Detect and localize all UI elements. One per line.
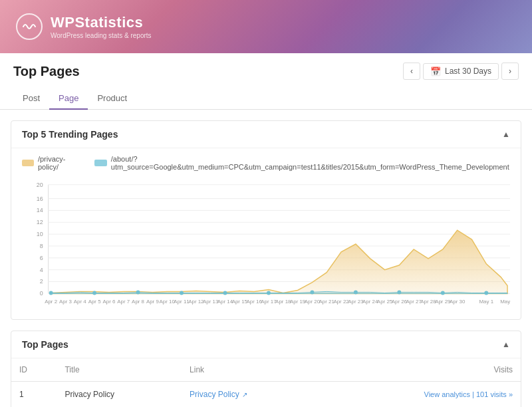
- svg-text:Apr 3: Apr 3: [59, 299, 72, 305]
- chart-area: 0 2 4 6 8 10 12 14 16 20: [11, 178, 521, 319]
- svg-text:Apr 21: Apr 21: [319, 299, 335, 305]
- svg-text:Apr 2: Apr 2: [45, 299, 57, 305]
- svg-text:Apr 19: Apr 19: [290, 299, 306, 305]
- svg-text:Apr 25: Apr 25: [377, 299, 393, 305]
- logo-circle: [16, 13, 43, 40]
- tab-page[interactable]: Page: [49, 88, 88, 110]
- top-pages-header: Top Pages ▲: [11, 331, 521, 358]
- svg-point-28: [354, 290, 358, 294]
- svg-text:Apr 9: Apr 9: [146, 299, 160, 305]
- next-date-button[interactable]: ›: [501, 63, 519, 80]
- svg-text:Apr 22: Apr 22: [333, 299, 348, 305]
- prev-date-button[interactable]: ‹: [403, 63, 420, 80]
- svg-text:Apr 11: Apr 11: [174, 299, 190, 305]
- table-row: 1 Privacy Policy Privacy Policy ↗ View a…: [11, 382, 521, 408]
- brand-tagline: WordPress leading stats & reports: [51, 32, 152, 39]
- date-range-button[interactable]: 📅 Last 30 Days: [423, 63, 499, 80]
- col-link: Link: [182, 358, 321, 382]
- calendar-icon: 📅: [430, 67, 441, 76]
- svg-text:Apr 28: Apr 28: [420, 299, 436, 305]
- svg-text:Apr 5: Apr 5: [88, 299, 102, 305]
- brand-name: WPStatistics: [51, 14, 152, 31]
- row1-analytics: View analytics | 101 visits »: [322, 382, 521, 408]
- logo-icon: [21, 19, 37, 35]
- svg-text:Apr 10: Apr 10: [160, 299, 176, 305]
- tab-product[interactable]: Product: [88, 88, 136, 110]
- svg-text:Apr 24: Apr 24: [362, 299, 378, 305]
- row1-link-anchor[interactable]: Privacy Policy ↗: [190, 390, 313, 399]
- row1-analytics-link[interactable]: View analytics | 101 visits »: [424, 390, 513, 398]
- svg-text:6: 6: [40, 255, 43, 261]
- page-title: Top Pages: [13, 64, 80, 79]
- pages-table: ID Title Link Visits 1 Privacy Policy Pr…: [11, 358, 521, 407]
- top-pages-collapse-button[interactable]: ▲: [502, 340, 510, 349]
- svg-point-23: [136, 290, 140, 294]
- logo-text: WPStatistics WordPress leading stats & r…: [51, 14, 152, 39]
- date-navigation: ‹ 📅 Last 30 Days ›: [403, 63, 519, 80]
- svg-text:Apr 29: Apr 29: [435, 299, 451, 305]
- tab-post[interactable]: Post: [13, 88, 49, 110]
- external-link-icon-1: ↗: [242, 391, 247, 398]
- svg-text:Apr 27: Apr 27: [406, 299, 422, 305]
- svg-text:20: 20: [37, 182, 43, 188]
- svg-text:May 1: May 1: [479, 299, 494, 305]
- svg-text:Apr 14: Apr 14: [217, 299, 233, 305]
- svg-text:14: 14: [37, 207, 43, 213]
- svg-text:2: 2: [40, 279, 43, 285]
- svg-text:16: 16: [37, 196, 43, 202]
- svg-text:4: 4: [40, 267, 43, 273]
- svg-point-26: [267, 291, 271, 295]
- row1-title: Privacy Policy: [57, 382, 182, 408]
- svg-text:Apr 23: Apr 23: [348, 299, 364, 305]
- svg-point-25: [223, 291, 227, 295]
- svg-text:Apr 8: Apr 8: [132, 299, 145, 305]
- chart-legend: /privacy-policy/ /about/?utm_source=Goog…: [11, 148, 521, 178]
- svg-text:8: 8: [40, 243, 43, 249]
- content-area: Top Pages ‹ 📅 Last 30 Days › Post Page P…: [0, 53, 532, 407]
- header: WPStatistics WordPress leading stats & r…: [0, 0, 532, 53]
- svg-text:0: 0: [40, 290, 43, 297]
- svg-text:Apr 20: Apr 20: [305, 299, 321, 305]
- svg-text:Apr 15: Apr 15: [232, 299, 248, 305]
- svg-text:Apr 16: Apr 16: [246, 299, 262, 305]
- svg-point-31: [484, 291, 488, 295]
- svg-text:May 2: May 2: [500, 299, 510, 305]
- svg-point-30: [441, 291, 445, 295]
- svg-point-27: [310, 290, 314, 294]
- chart-section-header: Top 5 Trending Pages ▲: [11, 121, 521, 148]
- svg-point-24: [180, 291, 184, 295]
- legend-label-2: /about/?utm_source=Google&utm_medium=CPC…: [111, 155, 510, 171]
- svg-point-29: [397, 290, 401, 294]
- top-pages-section: Top Pages ▲ ID Title Link Visits 1 Priva…: [11, 331, 521, 407]
- col-id: ID: [11, 358, 57, 382]
- legend-label-1: /privacy-policy/: [38, 155, 81, 171]
- top-bar: Top Pages ‹ 📅 Last 30 Days ›: [0, 53, 532, 80]
- svg-text:Apr 30: Apr 30: [450, 299, 466, 305]
- svg-text:Apr 18: Apr 18: [275, 299, 291, 305]
- svg-point-22: [92, 291, 96, 295]
- date-range-label: Last 30 Days: [445, 67, 491, 76]
- row1-link: Privacy Policy ↗: [182, 382, 321, 408]
- legend-item-2: /about/?utm_source=Google&utm_medium=CPC…: [94, 155, 510, 171]
- chart-title: Top 5 Trending Pages: [22, 129, 118, 140]
- legend-item-1: /privacy-policy/: [22, 155, 81, 171]
- svg-text:Apr 7: Apr 7: [117, 299, 130, 305]
- table-header-row: ID Title Link Visits: [11, 358, 521, 382]
- svg-text:Apr 26: Apr 26: [392, 299, 408, 305]
- chart-collapse-button[interactable]: ▲: [502, 130, 510, 139]
- chart-section: Top 5 Trending Pages ▲ /privacy-policy/ …: [11, 120, 521, 320]
- col-title: Title: [57, 358, 182, 382]
- legend-color-1: [22, 160, 34, 166]
- svg-text:Apr 17: Apr 17: [261, 299, 276, 305]
- col-visits: Visits: [322, 358, 521, 382]
- top-pages-title: Top Pages: [22, 339, 68, 350]
- svg-text:Apr 13: Apr 13: [203, 299, 219, 305]
- row1-link-label: Privacy Policy: [190, 390, 239, 399]
- svg-text:12: 12: [37, 219, 43, 225]
- pages-table-wrap: ID Title Link Visits 1 Privacy Policy Pr…: [11, 358, 521, 407]
- svg-point-21: [49, 291, 53, 295]
- row1-id: 1: [11, 382, 57, 408]
- svg-text:Apr 4: Apr 4: [74, 299, 87, 305]
- svg-text:Apr 12: Apr 12: [188, 299, 203, 305]
- legend-color-2: [94, 160, 107, 166]
